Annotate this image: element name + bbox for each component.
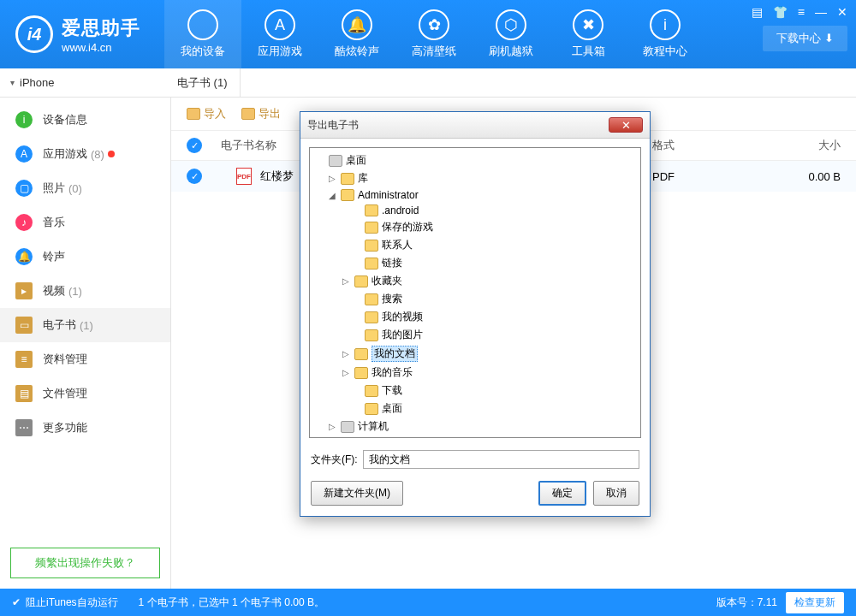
sidebar-item-device-info[interactable]: i设备信息 xyxy=(0,103,170,137)
info-icon: i xyxy=(650,9,681,40)
nav-tutorials[interactable]: i教程中心 xyxy=(627,0,704,68)
tree-node-computer[interactable]: ▷计算机 xyxy=(312,418,639,435)
nav-ringtones[interactable]: 🔔酷炫铃声 xyxy=(318,0,395,68)
pdf-icon: PDF xyxy=(236,168,252,185)
help-link[interactable]: 频繁出现操作失败？ xyxy=(10,548,160,578)
tree-node-pictures[interactable]: 我的图片 xyxy=(312,326,639,344)
tree-node-saved-games[interactable]: 保存的游戏 xyxy=(312,218,639,236)
col-format: 格式 xyxy=(652,138,772,153)
export-dialog: 导出电子书 ✕ 桌面 ▷库 ◢Administrator .android 保存… xyxy=(300,111,651,517)
download-center-button[interactable]: 下载中心 ⬇ xyxy=(763,26,847,51)
tree-label: .android xyxy=(382,204,419,216)
ok-button[interactable]: 确定 xyxy=(538,481,586,506)
sidebar-item-data-mgmt[interactable]: ≡资料管理 xyxy=(0,342,170,376)
close-icon[interactable]: ✕ xyxy=(837,5,847,19)
sidebar-item-file-mgmt[interactable]: ▤文件管理 xyxy=(0,376,170,411)
shirt-icon[interactable]: 👕 xyxy=(773,5,788,19)
expand-icon[interactable]: ▷ xyxy=(341,368,351,377)
expand-icon[interactable]: ▷ xyxy=(327,174,337,183)
tree-node-search[interactable]: 搜索 xyxy=(312,290,639,308)
sub-header: ▾ iPhone 电子书 (1) xyxy=(0,68,856,98)
folder-tree[interactable]: 桌面 ▷库 ◢Administrator .android 保存的游戏 联系人 … xyxy=(309,147,641,438)
nav-label: 酷炫铃声 xyxy=(335,44,379,59)
dialog-title: 导出电子书 xyxy=(307,118,609,133)
tree-node-music[interactable]: ▷我的音乐 xyxy=(312,364,639,382)
sidebar-item-ebooks[interactable]: ▭电子书(1) xyxy=(0,308,170,342)
folder-icon xyxy=(341,189,354,201)
chat-icon[interactable]: ▤ xyxy=(752,5,763,19)
col-size: 大小 xyxy=(772,138,841,153)
sidebar-item-videos[interactable]: ▸视频(1) xyxy=(0,274,170,308)
notification-dot-icon xyxy=(108,151,115,157)
dialog-close-button[interactable]: ✕ xyxy=(609,117,643,133)
cancel-button[interactable]: 取消 xyxy=(593,481,639,506)
btn-label: 导出 xyxy=(259,106,281,121)
nav-apps[interactable]: A应用游戏 xyxy=(241,0,318,68)
apple-icon xyxy=(187,9,218,40)
tree-node-links[interactable]: 链接 xyxy=(312,254,639,272)
sidebar-item-ringtones[interactable]: 🔔铃声 xyxy=(0,240,170,274)
expand-icon[interactable]: ▷ xyxy=(327,422,337,431)
tree-label: 链接 xyxy=(382,256,402,270)
tree-node-contacts[interactable]: 联系人 xyxy=(312,236,639,254)
chevron-down-icon[interactable]: ▾ xyxy=(10,78,15,87)
folder-icon xyxy=(354,348,368,360)
sidebar-item-label: 电子书 xyxy=(43,317,76,333)
tree-node-library[interactable]: ▷库 xyxy=(312,169,639,187)
sidebar-item-label: 视频 xyxy=(43,283,65,299)
sidebar-item-label: 文件管理 xyxy=(43,386,87,401)
brand-name: 爱思助手 xyxy=(62,15,140,41)
tree-node-desktop[interactable]: 桌面 xyxy=(312,151,639,169)
tree-label: 联系人 xyxy=(382,238,413,252)
expand-icon[interactable]: ▷ xyxy=(341,276,351,286)
sidebar-item-apps[interactable]: A应用游戏(8) xyxy=(0,137,170,171)
tree-node-android[interactable]: .android xyxy=(312,203,639,218)
itunes-toggle[interactable]: 阻止iTunes自动运行 xyxy=(26,595,118,610)
tree-node-admin[interactable]: ◢Administrator xyxy=(312,187,639,203)
folder-icon xyxy=(354,367,368,379)
tree-label: 我的文档 xyxy=(372,346,418,362)
sidebar-item-more[interactable]: ⋯更多功能 xyxy=(0,411,170,445)
check-update-button[interactable]: 检查更新 xyxy=(786,592,844,613)
sidebar: i设备信息 A应用游戏(8) ▢照片(0) ♪音乐 🔔铃声 ▸视频(1) ▭电子… xyxy=(0,98,171,589)
sidebar-item-label: 铃声 xyxy=(43,249,65,264)
export-button[interactable]: 导出 xyxy=(241,106,281,121)
menu-icon[interactable]: ≡ xyxy=(798,5,805,19)
tree-node-desktop2[interactable]: 桌面 xyxy=(312,400,639,418)
photo-icon: ▢ xyxy=(15,180,33,197)
folder-icon xyxy=(365,403,378,415)
sidebar-item-music[interactable]: ♪音乐 xyxy=(0,205,170,240)
folder-input-row: 文件夹(F): xyxy=(300,447,650,472)
nav-flash[interactable]: ⬡刷机越狱 xyxy=(473,0,550,68)
count-label: (1) xyxy=(68,285,82,298)
nav-my-device[interactable]: 我的设备 xyxy=(164,0,241,68)
sidebar-item-photos[interactable]: ▢照片(0) xyxy=(0,171,170,205)
minimize-icon[interactable]: — xyxy=(815,5,827,19)
nav-tools[interactable]: ✖工具箱 xyxy=(550,0,627,68)
folder-icon xyxy=(365,329,378,341)
version-label: 版本号：7.11 xyxy=(716,595,777,610)
app-logo: i4 爱思助手 www.i4.cn xyxy=(0,15,156,54)
row-checkbox[interactable]: ✓ xyxy=(187,169,202,184)
cell-size: 0.00 B xyxy=(772,170,841,183)
folder-input[interactable] xyxy=(363,450,639,469)
tree-label: 库 xyxy=(358,171,368,186)
collapse-icon[interactable]: ◢ xyxy=(327,191,337,200)
sidebar-item-label: 音乐 xyxy=(43,215,65,230)
import-button[interactable]: 导入 xyxy=(187,106,226,121)
tree-node-downloads[interactable]: 下载 xyxy=(312,382,639,400)
sidebar-item-label: 设备信息 xyxy=(43,112,87,127)
device-name[interactable]: iPhone xyxy=(20,76,165,89)
dialog-titlebar[interactable]: 导出电子书 ✕ xyxy=(300,112,650,139)
tree-node-documents[interactable]: ▷我的文档 xyxy=(312,344,639,364)
nav-wallpapers[interactable]: ✿高清壁纸 xyxy=(395,0,473,68)
tab-ebooks[interactable]: 电子书 (1) xyxy=(165,68,241,97)
expand-icon[interactable]: ▷ xyxy=(341,349,351,358)
selection-status: 1 个电子书，已选中 1 个电子书 0.00 B。 xyxy=(118,595,716,610)
select-all-checkbox[interactable]: ✓ xyxy=(187,138,202,153)
tree-node-videos[interactable]: 我的视频 xyxy=(312,308,639,326)
cell-format: PDF xyxy=(652,170,772,183)
new-folder-button[interactable]: 新建文件夹(M) xyxy=(311,481,403,506)
folder-icon xyxy=(341,173,354,185)
tree-node-favorites[interactable]: ▷收藏夹 xyxy=(312,272,639,290)
